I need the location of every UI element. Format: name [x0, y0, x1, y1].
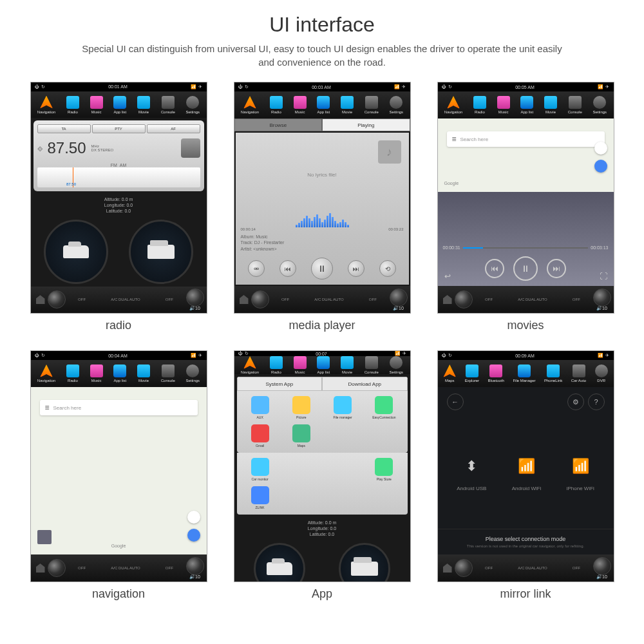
- navitem-console[interactable]: Console: [365, 356, 379, 374]
- af-button[interactable]: AF: [147, 124, 200, 133]
- map-search[interactable]: Search here: [447, 131, 605, 147]
- navitem-dvr[interactable]: DVR: [595, 365, 608, 383]
- left-knob[interactable]: [251, 290, 269, 308]
- navitem-settings[interactable]: Settings: [389, 356, 403, 374]
- navitem-app-list[interactable]: App list: [520, 96, 533, 114]
- next-button[interactable]: ⏭: [348, 260, 365, 277]
- navitem-phonelink[interactable]: PhoneLink: [544, 365, 562, 383]
- navitem-console[interactable]: Console: [568, 96, 582, 114]
- navitem-settings[interactable]: Settings: [185, 96, 200, 114]
- help-button[interactable]: ?: [588, 393, 605, 410]
- tab-playing[interactable]: Playing: [322, 118, 410, 131]
- right-knob[interactable]: [593, 557, 611, 575]
- right-knob[interactable]: [390, 289, 408, 307]
- navicon: [466, 365, 478, 377]
- left-knob[interactable]: [455, 290, 473, 308]
- navitem-settings[interactable]: Settings: [592, 96, 607, 114]
- navitem-settings[interactable]: Settings: [185, 365, 200, 383]
- app-play-store[interactable]: Play Store: [366, 458, 402, 481]
- app-gmail[interactable]: Gmail: [242, 424, 278, 448]
- home-button[interactable]: [443, 564, 452, 573]
- home-button[interactable]: [36, 564, 45, 573]
- tuner-dial[interactable]: 87.50: [37, 167, 200, 187]
- prev-button[interactable]: ⏮: [279, 260, 296, 277]
- video-prev-button[interactable]: ⏮: [485, 259, 504, 278]
- mirror-opt-iphone-wifi[interactable]: 📶iPhone WiFi: [567, 455, 594, 491]
- navitem-movie[interactable]: Movie: [341, 96, 354, 114]
- pty-button[interactable]: PTY: [92, 124, 146, 133]
- navitem-maps[interactable]: Maps: [443, 365, 456, 383]
- navitem-navigation[interactable]: Navigation: [241, 96, 259, 114]
- navicon: [544, 96, 557, 109]
- navitem-movie[interactable]: Movie: [137, 365, 150, 383]
- home-button[interactable]: [443, 295, 452, 304]
- app-maps[interactable]: Maps: [283, 424, 319, 448]
- left-knob[interactable]: [455, 559, 473, 577]
- navitem-movie[interactable]: Movie: [137, 96, 150, 114]
- right-knob[interactable]: [186, 289, 204, 307]
- app-zlink[interactable]: ZLINK: [242, 486, 278, 509]
- home-button[interactable]: [36, 295, 45, 304]
- app-easyconnection[interactable]: EasyConnection: [366, 396, 402, 419]
- navitem-music[interactable]: Music: [90, 96, 103, 114]
- map-locate-button[interactable]: [594, 160, 607, 173]
- tab-download-app[interactable]: Download App: [322, 377, 408, 391]
- navitem-file-manager[interactable]: File Manager: [513, 365, 535, 383]
- app-file-manager[interactable]: File manager: [325, 396, 361, 419]
- navitem-navigation[interactable]: Navigation: [37, 96, 55, 114]
- navitem-radio[interactable]: Radio: [66, 365, 79, 383]
- shuffle-button[interactable]: ⚮: [248, 260, 265, 277]
- app-picture[interactable]: Picture: [283, 396, 319, 419]
- navitem-radio[interactable]: Radio: [270, 356, 283, 374]
- repeat-button[interactable]: ⟲: [379, 260, 396, 277]
- navitem-music[interactable]: Music: [90, 365, 103, 383]
- home-button[interactable]: [240, 295, 249, 304]
- navitem-music[interactable]: Music: [294, 96, 307, 114]
- navitem-app-list[interactable]: App list: [317, 356, 330, 374]
- navitem-movie[interactable]: Movie: [341, 356, 354, 374]
- navitem-app-list[interactable]: App list: [317, 96, 330, 114]
- navitem-radio[interactable]: Radio: [473, 96, 486, 114]
- back-button[interactable]: ←: [447, 393, 464, 410]
- left-knob[interactable]: [48, 290, 66, 308]
- navitem-radio[interactable]: Radio: [66, 96, 79, 114]
- navitem-movie[interactable]: Movie: [544, 96, 557, 114]
- navitem-navigation[interactable]: Navigation: [241, 356, 259, 374]
- navitem-bluetooth[interactable]: Bluetooth: [488, 365, 504, 383]
- navitem-settings[interactable]: Settings: [389, 96, 403, 114]
- navitem-car-auto[interactable]: Car Auto: [571, 365, 586, 383]
- nav-search[interactable]: Search here: [40, 400, 198, 415]
- map-target-button[interactable]: [594, 142, 607, 155]
- navitem-console[interactable]: Console: [161, 365, 175, 383]
- nav-target-button[interactable]: [187, 511, 200, 524]
- navitem-explorer[interactable]: Explorer: [465, 365, 479, 383]
- navitem-music[interactable]: Music: [294, 356, 307, 374]
- video-next-button[interactable]: ⏭: [547, 259, 566, 278]
- video-seekbar[interactable]: [463, 247, 589, 249]
- navitem-navigation[interactable]: Navigation: [37, 365, 55, 383]
- app-aux[interactable]: AUX: [242, 396, 278, 419]
- navitem-radio[interactable]: Radio: [270, 96, 283, 114]
- video-pause-button[interactable]: ⏸: [513, 256, 538, 281]
- app-car-monitor[interactable]: Car monitor: [242, 458, 278, 481]
- navitem-app-list[interactable]: App list: [113, 365, 126, 383]
- navitem-console[interactable]: Console: [365, 96, 379, 114]
- return-icon[interactable]: ↩: [444, 272, 451, 281]
- nav-locate-button[interactable]: [187, 529, 200, 542]
- navitem-music[interactable]: Music: [497, 96, 510, 114]
- navitem-navigation[interactable]: Navigation: [444, 96, 462, 114]
- right-knob[interactable]: [593, 289, 611, 307]
- mirror-opt-android-usb[interactable]: ⬍Android USB: [457, 455, 486, 491]
- play-button[interactable]: ⏸: [311, 258, 333, 279]
- settings-button[interactable]: ⚙: [567, 393, 584, 410]
- mirror-opt-android-wifi[interactable]: 📶Android WiFi: [512, 455, 542, 491]
- speed-gauge: [44, 220, 108, 284]
- ta-button[interactable]: TA: [37, 124, 91, 133]
- right-knob[interactable]: [186, 557, 204, 575]
- navitem-console[interactable]: Console: [161, 96, 175, 114]
- navitem-app-list[interactable]: App list: [113, 96, 126, 114]
- tab-system-app[interactable]: System App: [237, 377, 323, 391]
- left-knob[interactable]: [48, 559, 66, 577]
- expand-icon[interactable]: ⛶: [600, 272, 607, 281]
- tab-browse[interactable]: Browse: [234, 118, 323, 131]
